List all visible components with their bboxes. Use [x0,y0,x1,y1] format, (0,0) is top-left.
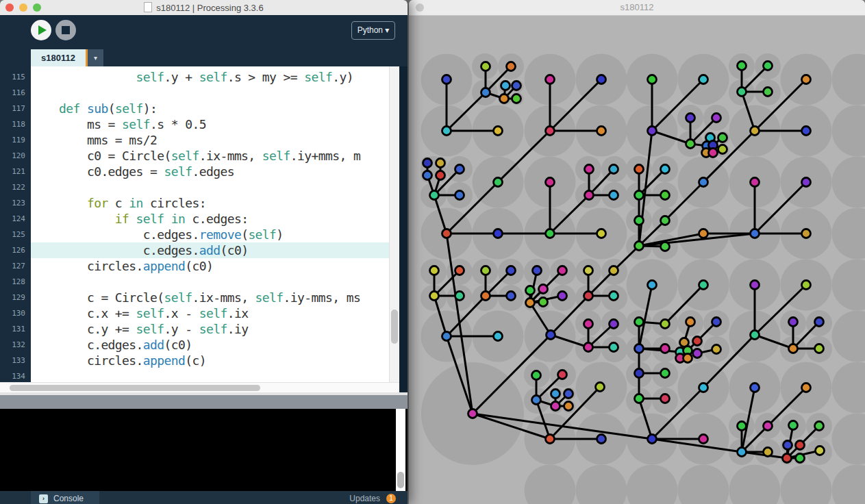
line-number: 129 [0,290,25,305]
code-line-118[interactable]: 118 ms = self.s * 0.5 [0,116,399,132]
code-line-122[interactable]: 122 [0,179,399,195]
ide-footer-bar: › Console Updates 1 [0,491,408,504]
line-number: 134 [0,368,25,382]
line-number: 130 [0,305,25,321]
code-line-120[interactable]: 120 c0 = Circle(self.ix-mms, self.iy+mms… [0,148,399,164]
document-icon [144,2,152,12]
tab-bar: s180112 ▾ [0,45,408,66]
stop-icon [62,26,70,34]
play-icon [38,25,47,35]
code-line-123[interactable]: 123 for c in circles: [0,195,399,211]
code-line-130[interactable]: 130 c.x += self.x - self.ix [0,305,399,321]
tab-s180112[interactable]: s180112 [31,49,86,66]
line-number: 122 [0,179,25,195]
line-number: 133 [0,353,25,368]
line-number: 123 [0,195,25,211]
sketch-window-title: s180112 [409,2,865,12]
code-line-133[interactable]: 133 circles.append(c) [0,353,399,368]
sketch-titlebar[interactable]: s180112 [409,0,865,16]
console-scrollbar[interactable] [396,409,405,491]
run-button[interactable] [31,20,51,40]
tab-menu-button[interactable]: ▾ [88,49,103,66]
line-number: 115 [0,69,25,85]
vertical-scroll-thumb[interactable] [391,310,398,344]
code-line-125[interactable]: 125 c.edges.remove(self) [0,227,399,242]
code-line-126[interactable]: 126 c.edges.add(c0) [0,242,399,258]
line-number: 118 [0,116,25,132]
code-line-121[interactable]: 121 c0.edges = self.edges [0,164,399,179]
ide-toolbar: Python ▾ [0,15,408,45]
code-line-128[interactable]: 128 [0,274,399,290]
line-number: 117 [0,101,25,116]
editor-right-chrome [399,66,408,392]
code-line-132[interactable]: 132 c.edges.add(c0) [0,337,399,353]
code-line-131[interactable]: 131 c.y += self.y - self.iy [0,321,399,337]
line-number: 116 [0,85,25,101]
line-number: 131 [0,321,25,337]
code-line-129[interactable]: 129 c = Circle(self.ix-mms, self.iy-mms,… [0,290,399,305]
console-output [0,409,408,491]
console-tab[interactable]: › Console [31,491,99,504]
console-tab-label: Console [53,494,84,503]
line-number: 126 [0,242,25,258]
message-area [0,392,408,409]
line-number: 121 [0,164,25,179]
updates-link[interactable]: Updates [349,494,380,503]
line-number: 119 [0,132,25,148]
console-scroll-thumb[interactable] [397,472,404,488]
line-number: 120 [0,148,25,164]
stop-button[interactable] [55,20,76,40]
editor-horizontal-scrollbar[interactable] [0,382,399,393]
processing-ide-window: s180112 | Processing 3.3.6 Python ▾ s180… [0,0,408,504]
line-number: 132 [0,337,25,353]
code-line-116[interactable]: 116 [0,85,399,101]
editor-vertical-scrollbar[interactable] [389,66,400,382]
code-editor[interactable]: 115 self.y + self.s > my >= self.y)11611… [0,66,399,382]
console-icon: › [39,494,48,503]
line-number: 125 [0,227,25,242]
ide-titlebar[interactable]: s180112 | Processing 3.3.6 [0,0,408,16]
line-number: 127 [0,258,25,274]
code-line-134[interactable]: 134 [0,368,399,382]
code-line-115[interactable]: 115 self.y + self.s > my >= self.y) [0,69,399,85]
horizontal-scroll-thumb[interactable] [10,385,260,391]
code-line-124[interactable]: 124 if self in c.edges: [0,211,399,227]
sketch-window: s180112 [409,0,865,504]
updates-badge[interactable]: 1 [386,494,396,503]
chevron-down-icon: ▾ [385,25,389,35]
mode-selector-button[interactable]: Python ▾ [351,21,395,40]
line-number: 128 [0,274,25,290]
window-title: s180112 | Processing 3.3.6 [0,2,408,13]
code-line-119[interactable]: 119 mms = ms/2 [0,132,399,148]
sketch-canvas [409,16,865,504]
code-line-117[interactable]: 117 def sub(self): [0,101,399,116]
line-number: 124 [0,211,25,227]
code-line-127[interactable]: 127 circles.append(c0) [0,258,399,274]
